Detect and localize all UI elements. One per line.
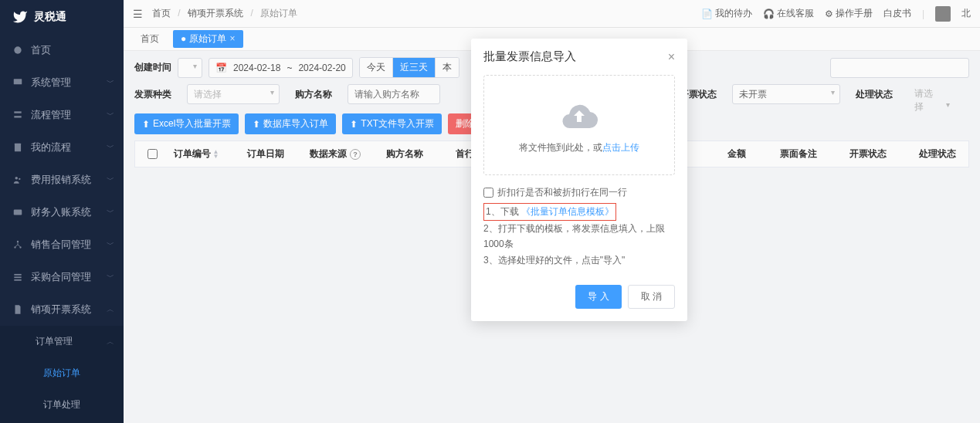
discount-row-option: 折扣行是否和被折扣行在同一行 [483,184,675,200]
modal-header: 批量发票信息导入 × [471,39,687,75]
modal-footer: 导 入 取 消 [471,277,687,321]
import-modal: 批量发票信息导入 × 将文件拖到此处，或点击上传 折扣行是否和被折扣行在同一行 … [471,39,687,321]
download-template-link[interactable]: 《批量订单信息模板》 [521,206,614,217]
modal-title: 批量发票信息导入 [483,49,576,64]
import-button[interactable]: 导 入 [575,285,621,309]
upload-text: 将文件拖到此处，或点击上传 [519,141,639,154]
click-upload-link[interactable]: 点击上传 [602,142,639,153]
step2-text: 2、打开下载的模板，将发票信息填入，上限1000条 [483,221,675,252]
cloud-upload-icon [561,96,598,134]
modal-body: 折扣行是否和被折扣行在同一行 1、下载 《批量订单信息模板》 2、打开下载的模板… [471,175,687,277]
cancel-button[interactable]: 取 消 [628,285,675,309]
close-icon[interactable]: × [668,50,675,64]
checkbox-label: 折扣行是否和被折扣行在同一行 [497,184,627,200]
step3-text: 3、选择处理好的文件，点击"导入" [483,252,675,268]
upload-dropzone[interactable]: 将文件拖到此处，或点击上传 [483,75,675,175]
discount-same-row-checkbox[interactable] [483,188,493,198]
download-template-highlight: 1、下载 《批量订单信息模板》 [483,203,616,220]
